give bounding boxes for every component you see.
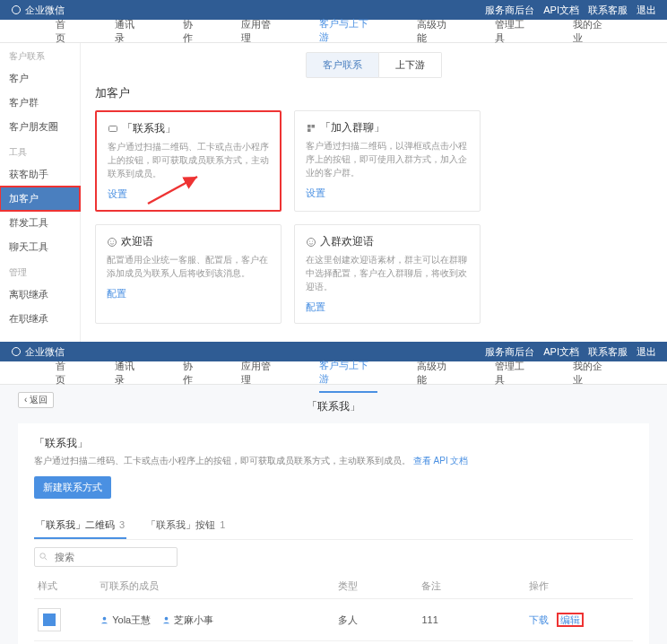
- sidebar-item-group[interactable]: 客户群: [0, 91, 80, 115]
- card-desc: 配置通用企业统一客服、配置后，客户在添加成员为联系人后将收到该消息。: [107, 253, 270, 280]
- cell-type: 批量单人: [334, 641, 418, 645]
- sidebar-group-title: 管理: [0, 259, 80, 283]
- subtab-customer-contact[interactable]: 客户联系: [306, 52, 379, 78]
- cell-type: 多人: [334, 599, 418, 641]
- search-input[interactable]: [34, 547, 178, 567]
- svg-rect-3: [312, 125, 316, 128]
- edit-link[interactable]: 编辑: [557, 613, 584, 627]
- nav-tools[interactable]: 管理工具: [495, 354, 533, 392]
- svg-rect-4: [308, 128, 311, 132]
- card-group-welcome: 入群欢迎语 在这里创建欢迎语素材，群主可以在群聊中选择配置，客户在入群聊后，将收…: [294, 224, 481, 324]
- back-label: 返回: [30, 395, 48, 405]
- sidebar: 客户联系 客户 客户群 客户朋友圈 工具 获客助手 加客户 群发工具 聊天工具 …: [0, 43, 81, 342]
- subtabs: 客户联系 上下游: [95, 52, 653, 78]
- main-nav: 首页 通讯录 协作 应用管理 客户与上下游 高级功能 管理工具 我的企业: [0, 20, 667, 43]
- svg-point-7: [113, 240, 114, 241]
- card-desc: 在这里创建欢迎语素材，群主可以在群聊中选择配置，客户在入群聊后，将收到欢迎语。: [306, 253, 469, 293]
- card-title-text: 「加入群聊」: [320, 120, 385, 135]
- cell-remark: 111: [418, 599, 525, 641]
- page-title: 「联系我」: [18, 399, 649, 414]
- sidebar-item-leave[interactable]: 离职继承: [0, 283, 80, 307]
- main-nav: 首页 通讯录 协作 应用管理 客户与上下游 高级功能 管理工具 我的企业: [0, 361, 667, 385]
- member-chip: 芝麻小事: [161, 614, 213, 627]
- svg-point-9: [309, 240, 310, 241]
- card-action-link[interactable]: 配置: [306, 301, 325, 312]
- nav-contacts[interactable]: 通讯录: [115, 354, 143, 392]
- chat-bubble-icon: [108, 124, 118, 135]
- sidebar-item-customer[interactable]: 客户: [0, 66, 80, 91]
- member-name: 芝麻小事: [174, 614, 213, 627]
- card-join-group: 「加入群聊」 客户通过扫描二维码，以弹框或点击小程序上的按钮，即可使用入群方式，…: [294, 110, 481, 212]
- card-title-text: 入群欢迎语: [320, 234, 374, 249]
- th-style: 样式: [34, 574, 96, 599]
- card-action-link[interactable]: 设置: [108, 188, 127, 199]
- card-action-link[interactable]: 配置: [107, 288, 126, 299]
- page-description: 客户通过扫描二维码、工卡或点击小程序上的按钮，即可获取成员联系方式，主动联系到成…: [34, 455, 633, 467]
- back-button[interactable]: ‹ 返回: [18, 392, 54, 408]
- sidebar-item-chattool[interactable]: 聊天工具: [0, 235, 80, 259]
- sidebar-item-onjob[interactable]: 在职继承: [0, 307, 80, 331]
- nav-home[interactable]: 首页: [56, 354, 75, 392]
- card-title-text: 「联系我」: [122, 121, 176, 136]
- nav-collab[interactable]: 协作: [183, 354, 203, 392]
- svg-point-5: [108, 238, 117, 246]
- nav-advanced[interactable]: 高级功能: [417, 354, 455, 392]
- desc-text: 客户通过扫描二维码、工卡或点击小程序上的按钮，即可获取成员联系方式，主动联系到成…: [34, 456, 411, 466]
- sidebar-item-moments[interactable]: 客户朋友圈: [0, 115, 80, 139]
- subtab-upstream[interactable]: 上下游: [379, 52, 442, 78]
- svg-point-16: [165, 616, 169, 620]
- card-action-link[interactable]: 设置: [306, 187, 325, 198]
- group-icon: [306, 123, 316, 134]
- chat-icon: [11, 4, 22, 15]
- member-name: Yola王慧: [112, 614, 151, 627]
- main-content: 客户联系 上下游 加客户 「联系我」 客户通过扫描二维码、工卡或点击小程序上的按…: [81, 43, 667, 342]
- new-contact-button[interactable]: 新建联系方式: [34, 476, 111, 499]
- tab-label: 「联系我」二维码: [36, 519, 115, 530]
- svg-point-15: [103, 616, 107, 620]
- smile-icon: [107, 237, 117, 248]
- svg-rect-1: [109, 126, 117, 131]
- top-link-logout[interactable]: 退出: [637, 4, 656, 17]
- svg-line-14: [45, 558, 47, 560]
- table-row: Yola王慧 芝麻小事 多人 111 下载 编辑: [34, 599, 633, 641]
- search-wrap: [34, 547, 178, 567]
- sidebar-item-acquire[interactable]: 获客助手: [0, 162, 80, 187]
- sidebar-item-add-customer[interactable]: 加客户: [0, 187, 80, 211]
- screenshot-1: 企业微信 服务商后台 API文档 联系客服 退出 首页 通讯录 协作 应用管理 …: [0, 0, 667, 342]
- download-link[interactable]: 下载: [529, 614, 549, 625]
- tab-label: 「联系我」按钮: [146, 519, 215, 530]
- smile-icon: [306, 237, 316, 248]
- th-members: 可联系的成员: [96, 574, 334, 599]
- tab-qrcode[interactable]: 「联系我」二维码 3: [34, 513, 126, 539]
- section-title: 加客户: [95, 85, 653, 101]
- contact-table: 样式 可联系的成员 类型 备注 操作 Yola王慧 芝麻小事: [34, 574, 633, 644]
- svg-rect-2: [308, 125, 311, 128]
- nav-myorg[interactable]: 我的企业: [573, 354, 611, 392]
- tab-button[interactable]: 「联系我」按钮 1: [144, 513, 227, 539]
- card-welcome: 欢迎语 配置通用企业统一客服、配置后，客户在添加成员为联系人后将收到该消息。 配…: [95, 224, 282, 324]
- tab-count: 1: [220, 519, 225, 530]
- svg-point-8: [308, 238, 316, 246]
- tab-count: 3: [119, 519, 125, 530]
- th-remark: 备注: [418, 574, 525, 599]
- sidebar-group-title: 客户联系: [0, 43, 80, 66]
- sidebar-group-title: 工具: [0, 139, 80, 162]
- user-icon: [161, 615, 171, 625]
- top-link-logout[interactable]: 退出: [637, 345, 656, 359]
- svg-point-10: [312, 240, 313, 241]
- nav-customers[interactable]: 客户与上下游: [319, 353, 377, 393]
- sidebar-item-mass[interactable]: 群发工具: [0, 211, 80, 235]
- user-icon: [100, 615, 109, 625]
- screenshot-2: 企业微信 服务商后台 API文档 联系客服 退出 首页 通讯录 协作 应用管理 …: [0, 342, 667, 644]
- api-doc-link[interactable]: 查看 API 文档: [413, 456, 469, 466]
- nav-apps[interactable]: 应用管理: [241, 354, 280, 392]
- search-icon: [39, 552, 48, 561]
- chat-icon: [11, 346, 22, 357]
- inner-panel: 「联系我」 客户通过扫描二维码、工卡或点击小程序上的按钮，即可获取成员联系方式，…: [18, 423, 649, 644]
- cell-remark: 全体码test: [418, 641, 525, 645]
- member-chip: Yola王慧: [100, 614, 151, 627]
- list-tabs: 「联系我」二维码 3 「联系我」按钮 1: [34, 513, 633, 540]
- card-desc: 客户通过扫描二维码、工卡或点击小程序上的按钮，即可获取成员联系方式，主动联系到成…: [108, 140, 269, 180]
- card-contact-me: 「联系我」 客户通过扫描二维码、工卡或点击小程序上的按钮，即可获取成员联系方式，…: [95, 110, 282, 212]
- svg-point-13: [40, 553, 46, 559]
